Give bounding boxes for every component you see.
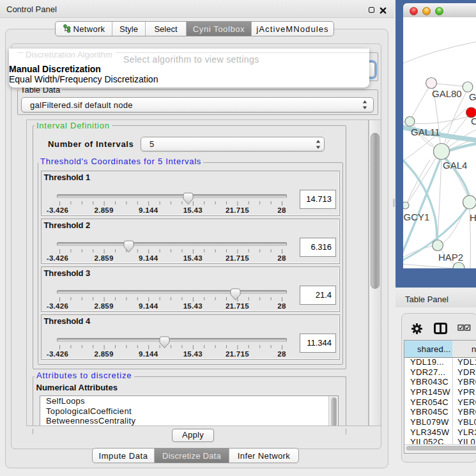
- svg-text:GAL11: GAL11: [411, 127, 440, 137]
- svg-text:HAP2: HAP2: [438, 252, 463, 263]
- svg-text:C: C: [471, 116, 476, 127]
- svg-text:GAL80: GAL80: [432, 88, 462, 99]
- svg-text:H: H: [470, 212, 476, 223]
- svg-text:G: G: [469, 91, 476, 102]
- svg-text:GAL4: GAL4: [443, 160, 467, 171]
- svg-text:GCY1: GCY1: [404, 211, 430, 222]
